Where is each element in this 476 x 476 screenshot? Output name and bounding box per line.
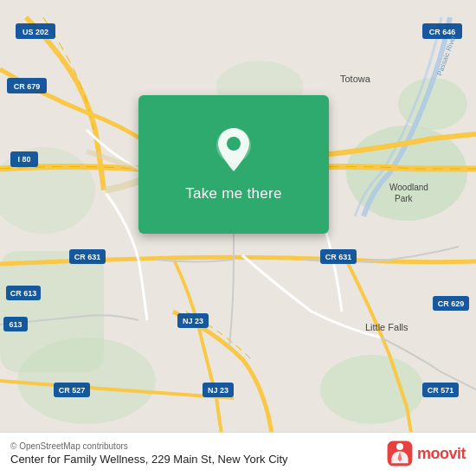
- svg-text:CR 631: CR 631: [325, 253, 352, 261]
- address-text: Center for Family Wellness, 229 Main St,…: [10, 453, 288, 466]
- svg-text:CR 679: CR 679: [14, 82, 41, 91]
- svg-text:Park: Park: [395, 194, 414, 203]
- take-me-there-label: Take me there: [185, 185, 282, 203]
- moovit-text: moovit: [417, 445, 466, 463]
- svg-point-44: [396, 443, 403, 450]
- svg-text:CR 629: CR 629: [438, 299, 465, 308]
- svg-point-42: [227, 137, 241, 151]
- bottom-info: © OpenStreetMap contributors Center for …: [10, 441, 288, 466]
- svg-text:CR 527: CR 527: [59, 386, 86, 395]
- location-pin-icon: [212, 126, 255, 178]
- svg-text:US 202: US 202: [23, 28, 48, 36]
- svg-text:NJ 23: NJ 23: [208, 386, 228, 395]
- svg-point-4: [17, 338, 156, 424]
- map-container: US 202 CR 646 CR 679 Totowa I 80 S 46 Wo…: [0, 0, 476, 476]
- svg-text:CR 631: CR 631: [74, 253, 101, 261]
- svg-text:Totowa: Totowa: [340, 74, 371, 84]
- svg-text:613: 613: [9, 320, 22, 329]
- moovit-logo: moovit: [386, 440, 466, 467]
- bottom-bar: © OpenStreetMap contributors Center for …: [0, 432, 476, 476]
- svg-text:I 80: I 80: [17, 155, 30, 164]
- action-card[interactable]: Take me there: [138, 95, 329, 234]
- moovit-icon: [386, 440, 414, 467]
- svg-text:CR 571: CR 571: [428, 386, 454, 395]
- svg-text:Woodland: Woodland: [389, 183, 428, 192]
- map-svg: US 202 CR 646 CR 679 Totowa I 80 S 46 Wo…: [0, 0, 476, 476]
- svg-text:NJ 23: NJ 23: [183, 317, 203, 325]
- svg-text:CR 613: CR 613: [10, 289, 37, 298]
- svg-text:Little Falls: Little Falls: [365, 322, 408, 332]
- copyright-text: © OpenStreetMap contributors: [10, 441, 288, 451]
